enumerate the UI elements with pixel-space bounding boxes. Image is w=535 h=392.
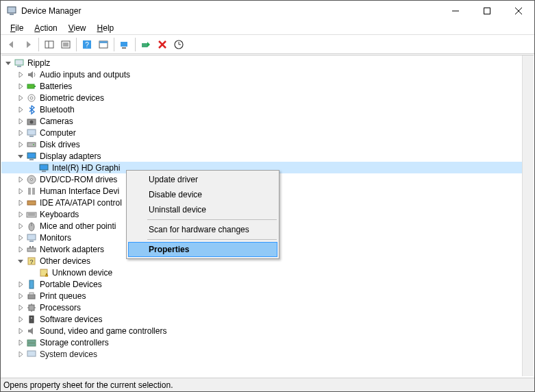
svg-rect-48 [27, 234, 36, 240]
expand-icon[interactable] [16, 187, 25, 195]
tree-root[interactable]: Ripplz [1, 57, 522, 69]
tree-item-audio[interactable]: Audio inputs and outputs [1, 69, 522, 80]
properties-toolbar-button[interactable] [58, 36, 74, 53]
expand-icon[interactable] [16, 350, 25, 358]
expand-icon[interactable] [16, 199, 25, 207]
tree-item-portable[interactable]: Portable Devices [1, 278, 522, 290]
tree-item-software[interactable]: Software devices [1, 313, 522, 325]
svg-rect-16 [121, 42, 127, 47]
update-driver-button[interactable] [171, 36, 187, 53]
help-toolbar-button[interactable]: ? [79, 36, 95, 53]
enable-device-button[interactable] [138, 36, 154, 53]
svg-text:?: ? [85, 41, 89, 49]
context-scan-hardware[interactable]: Scan for hardware changes [128, 222, 277, 237]
expand-icon[interactable] [16, 245, 25, 254]
expand-icon[interactable] [16, 106, 25, 114]
svg-rect-15 [99, 41, 108, 43]
tree-item-label: Software devices [40, 315, 105, 324]
title-bar: Device Manager [1, 1, 534, 21]
tree-root-label: Ripplz [27, 58, 53, 68]
context-disable-device[interactable]: Disable device [128, 187, 277, 202]
tree-item-biometric[interactable]: Biometric devices [1, 92, 522, 103]
menu-action[interactable]: Action [29, 22, 62, 34]
scan-hardware-button[interactable] [116, 36, 133, 53]
tree-item-label: Biometric devices [40, 93, 107, 103]
storage-icon [26, 337, 37, 348]
menu-file[interactable]: File [5, 22, 29, 34]
tree-item-label: Computer [40, 128, 79, 138]
tree-item-batteries[interactable]: Batteries [1, 80, 522, 92]
minimize-button[interactable] [440, 1, 471, 21]
svg-rect-57 [29, 280, 34, 289]
expand-icon[interactable] [16, 234, 25, 242]
svg-rect-58 [28, 295, 35, 299]
tree-item-label: Cameras [40, 117, 76, 126]
tree-item-label: DVD/CD-ROM drives [40, 175, 120, 184]
collapse-icon[interactable] [16, 257, 25, 265]
expand-icon[interactable] [16, 82, 25, 90]
svg-rect-36 [40, 164, 48, 170]
menu-view[interactable]: View [63, 22, 92, 34]
tree-item-label: Other devices [40, 256, 93, 266]
tree-item-cameras[interactable]: Cameras [1, 115, 522, 127]
svg-rect-52 [32, 246, 34, 248]
tree-item-display-adapters[interactable]: Display adapters [1, 150, 522, 162]
close-button[interactable] [503, 1, 534, 21]
tree-item-label: Sound, video and game controllers [40, 326, 169, 336]
tree-item-label: Human Interface Devi [40, 186, 122, 196]
toolbar: ? [1, 35, 534, 54]
window-buttons [440, 1, 534, 21]
svg-rect-40 [28, 188, 31, 195]
tree-item-storage[interactable]: Storage controllers [1, 336, 522, 348]
back-button[interactable] [3, 36, 20, 53]
expand-icon[interactable] [16, 304, 25, 312]
expand-icon[interactable] [16, 175, 25, 184]
dvd-icon [26, 174, 37, 185]
svg-rect-59 [29, 293, 34, 295]
expand-icon[interactable] [16, 210, 25, 219]
tree-item-computer[interactable]: Computer [1, 127, 522, 138]
collapse-icon[interactable] [4, 59, 12, 67]
forward-button[interactable] [20, 36, 36, 53]
tree-item-system[interactable]: System devices [1, 348, 522, 360]
uninstall-device-button[interactable] [154, 36, 171, 53]
svg-rect-17 [122, 47, 126, 49]
expand-icon[interactable] [16, 339, 25, 347]
context-update-driver[interactable]: Update driver [128, 172, 277, 187]
menu-bar: File Action View Help [1, 21, 534, 35]
show-hide-console-button[interactable] [41, 36, 58, 53]
unknown-device-icon: ! [38, 267, 49, 278]
maximize-button[interactable] [471, 1, 503, 21]
svg-point-27 [30, 97, 33, 99]
cpu-icon [26, 302, 37, 313]
expand-icon[interactable] [16, 94, 25, 102]
tree-item-bluetooth[interactable]: Bluetooth [1, 103, 522, 115]
menu-help[interactable]: Help [92, 22, 120, 34]
expand-icon[interactable] [16, 315, 25, 323]
expand-icon[interactable] [16, 71, 25, 79]
tree-item-disk-drives[interactable]: Disk drives [1, 138, 522, 150]
svg-rect-68 [27, 343, 36, 346]
tree-item-processors[interactable]: Processors [1, 302, 522, 313]
expand-icon[interactable] [16, 292, 25, 300]
svg-rect-35 [29, 159, 34, 160]
context-uninstall-device[interactable]: Uninstall device [128, 202, 277, 217]
expand-icon[interactable] [16, 222, 25, 230]
tree-item-print[interactable]: Print queues [1, 290, 522, 302]
tree-item-unknown[interactable]: ! Unknown device [1, 267, 522, 278]
tree-item-sound[interactable]: Sound, video and game controllers [1, 325, 522, 336]
expand-icon[interactable] [16, 129, 25, 137]
mouse-icon [26, 221, 37, 232]
svg-rect-3 [484, 8, 490, 14]
expand-icon[interactable] [16, 327, 25, 335]
vertical-scrollbar[interactable] [522, 56, 534, 376]
status-text: Opens property sheet for the current sel… [3, 380, 173, 390]
expand-icon[interactable] [16, 280, 25, 289]
expand-icon[interactable] [16, 140, 25, 149]
collapse-icon[interactable] [16, 152, 25, 160]
expand-icon[interactable] [16, 117, 25, 125]
tree-item-label: Unknown device [52, 268, 115, 278]
context-properties[interactable]: Properties [128, 242, 277, 257]
action-toolbar-button[interactable] [95, 36, 112, 53]
tree-item-label: Storage controllers [40, 338, 112, 347]
